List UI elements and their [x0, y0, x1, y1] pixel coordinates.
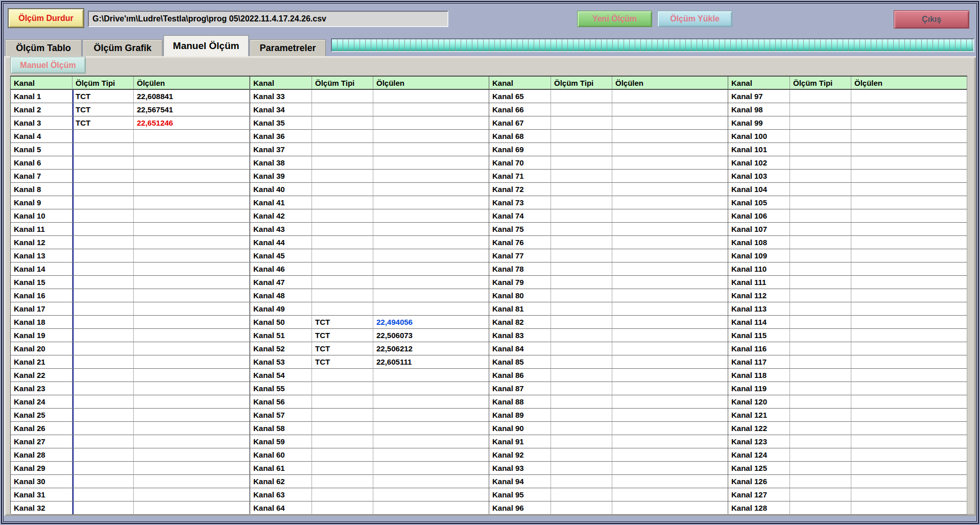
measured-value-cell[interactable] — [373, 276, 489, 289]
measure-type-cell[interactable] — [551, 316, 612, 329]
channel-label-cell[interactable]: Kanal 44 — [250, 236, 312, 249]
measured-value-cell[interactable] — [373, 130, 489, 143]
channel-label-cell[interactable]: Kanal 37 — [250, 143, 312, 156]
measured-value-cell[interactable] — [373, 395, 489, 409]
measured-value-cell[interactable] — [612, 156, 728, 170]
measured-value-cell[interactable] — [373, 488, 489, 502]
olcum-durdur-button[interactable]: Ölçüm Durdur — [8, 8, 84, 28]
channel-label-cell[interactable]: Kanal 65 — [489, 90, 551, 103]
channel-label-cell[interactable]: Kanal 72 — [489, 183, 551, 196]
channel-label-cell[interactable]: Kanal 4 — [11, 130, 73, 143]
measured-value-cell[interactable] — [851, 156, 967, 170]
channel-label-cell[interactable]: Kanal 89 — [489, 409, 551, 422]
channel-label-cell[interactable]: Kanal 30 — [11, 475, 73, 488]
channel-label-cell[interactable]: Kanal 69 — [489, 143, 551, 156]
measured-value-cell[interactable] — [373, 116, 489, 130]
channel-label-cell[interactable]: Kanal 62 — [250, 475, 312, 488]
channel-label-cell[interactable]: Kanal 5 — [11, 143, 73, 156]
channel-label-cell[interactable]: Kanal 92 — [489, 448, 551, 462]
channel-label-cell[interactable]: Kanal 100 — [728, 130, 790, 143]
channel-label-cell[interactable]: Kanal 106 — [728, 209, 790, 223]
measure-type-cell[interactable] — [551, 276, 612, 289]
measured-value-cell[interactable]: 22,608841 — [134, 90, 250, 103]
measure-type-cell[interactable] — [73, 488, 134, 502]
channel-label-cell[interactable]: Kanal 127 — [728, 488, 790, 502]
measured-value-cell[interactable] — [134, 369, 250, 382]
channel-label-cell[interactable]: Kanal 6 — [11, 156, 73, 170]
channel-label-cell[interactable]: Kanal 34 — [250, 103, 312, 116]
measured-value-cell[interactable] — [851, 183, 967, 196]
channel-label-cell[interactable]: Kanal 99 — [728, 116, 790, 130]
measure-type-cell[interactable] — [312, 156, 373, 170]
measure-type-cell[interactable] — [790, 156, 851, 170]
measured-value-cell[interactable] — [373, 409, 489, 422]
measured-value-cell[interactable] — [612, 103, 728, 116]
channel-label-cell[interactable]: Kanal 40 — [250, 183, 312, 196]
manuel-olcum-button[interactable]: Manuel Ölçüm — [10, 57, 86, 74]
measured-value-cell[interactable] — [851, 209, 967, 223]
channel-label-cell[interactable]: Kanal 45 — [250, 249, 312, 262]
measure-type-cell[interactable] — [790, 289, 851, 302]
measure-type-cell[interactable] — [551, 116, 612, 130]
measure-type-cell[interactable] — [73, 209, 134, 223]
measure-type-cell[interactable] — [551, 103, 612, 116]
channel-label-cell[interactable]: Kanal 15 — [11, 276, 73, 289]
measured-value-cell[interactable] — [134, 143, 250, 156]
measured-value-cell[interactable] — [612, 329, 728, 342]
yeni-olcum-button[interactable]: Yeni Ölçüm — [577, 11, 652, 27]
measured-value-cell[interactable] — [612, 116, 728, 130]
measured-value-cell[interactable] — [134, 249, 250, 262]
channel-label-cell[interactable]: Kanal 33 — [250, 90, 312, 103]
channel-label-cell[interactable]: Kanal 25 — [11, 409, 73, 422]
measure-type-cell[interactable]: TCT — [73, 116, 134, 130]
measure-type-cell[interactable] — [551, 355, 612, 369]
measured-value-cell[interactable] — [851, 262, 967, 276]
channel-label-cell[interactable]: Kanal 77 — [489, 249, 551, 262]
channel-label-cell[interactable]: Kanal 7 — [11, 170, 73, 183]
measured-value-cell[interactable] — [134, 435, 250, 448]
measure-type-cell[interactable] — [73, 382, 134, 395]
measured-value-cell[interactable] — [373, 475, 489, 488]
measured-value-cell[interactable] — [851, 462, 967, 475]
channel-label-cell[interactable]: Kanal 119 — [728, 382, 790, 395]
channel-label-cell[interactable]: Kanal 3 — [11, 116, 73, 130]
channel-label-cell[interactable]: Kanal 125 — [728, 462, 790, 475]
measured-value-cell[interactable] — [612, 183, 728, 196]
measure-type-cell[interactable] — [551, 90, 612, 103]
measured-value-cell[interactable] — [134, 488, 250, 502]
channel-label-cell[interactable]: Kanal 104 — [728, 183, 790, 196]
measured-value-cell[interactable] — [612, 316, 728, 329]
measure-type-cell[interactable] — [551, 249, 612, 262]
measured-value-cell[interactable] — [373, 502, 489, 515]
measure-type-cell[interactable] — [73, 156, 134, 170]
channel-label-cell[interactable]: Kanal 20 — [11, 342, 73, 355]
measured-value-cell[interactable] — [134, 196, 250, 209]
channel-label-cell[interactable]: Kanal 128 — [728, 502, 790, 515]
measure-type-cell[interactable] — [790, 422, 851, 435]
measured-value-cell[interactable] — [612, 395, 728, 409]
measure-type-cell[interactable] — [790, 382, 851, 395]
channel-label-cell[interactable]: Kanal 38 — [250, 156, 312, 170]
measured-value-cell[interactable] — [134, 156, 250, 170]
measure-type-cell[interactable] — [790, 236, 851, 249]
measure-type-cell[interactable] — [312, 116, 373, 130]
file-path-input[interactable] — [88, 11, 448, 27]
channel-label-cell[interactable]: Kanal 108 — [728, 236, 790, 249]
channel-label-cell[interactable]: Kanal 87 — [489, 382, 551, 395]
channel-label-cell[interactable]: Kanal 14 — [11, 262, 73, 276]
measure-type-cell[interactable] — [73, 448, 134, 462]
measured-value-cell[interactable] — [612, 435, 728, 448]
channel-label-cell[interactable]: Kanal 43 — [250, 223, 312, 236]
measured-value-cell[interactable] — [373, 156, 489, 170]
channel-label-cell[interactable]: Kanal 91 — [489, 435, 551, 448]
channel-label-cell[interactable]: Kanal 31 — [11, 488, 73, 502]
measured-value-cell[interactable] — [612, 409, 728, 422]
measured-value-cell[interactable] — [612, 209, 728, 223]
measure-type-cell[interactable] — [551, 422, 612, 435]
measured-value-cell[interactable] — [612, 262, 728, 276]
measure-type-cell[interactable] — [790, 369, 851, 382]
measured-value-cell[interactable] — [134, 316, 250, 329]
measured-value-cell[interactable] — [851, 435, 967, 448]
measure-type-cell[interactable] — [73, 369, 134, 382]
channel-label-cell[interactable]: Kanal 105 — [728, 196, 790, 209]
